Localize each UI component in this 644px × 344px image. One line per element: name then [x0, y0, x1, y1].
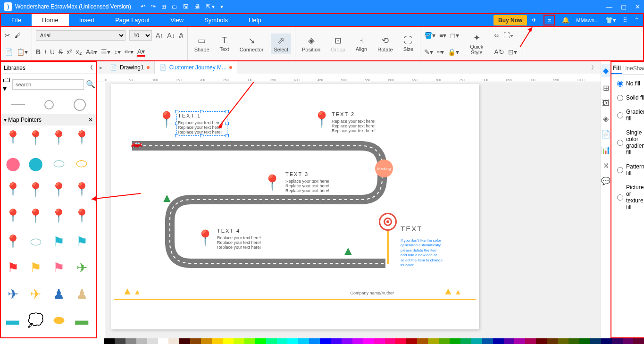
copy-icon[interactable]: 📄	[5, 48, 13, 56]
library-pin-23[interactable]: ✈	[73, 259, 91, 277]
position-button[interactable]: ◈Position	[299, 34, 323, 54]
image-panel-icon[interactable]: 🖼	[602, 99, 610, 108]
open-icon[interactable]: 🗀	[172, 3, 177, 10]
size-button[interactable]: ⛶Size	[401, 34, 416, 54]
library-pin-12[interactable]: 📍	[4, 207, 22, 225]
shuffle-panel-icon[interactable]: ⤨	[603, 161, 609, 170]
color-swatch[interactable]	[569, 338, 579, 344]
tab-view[interactable]: View	[160, 14, 194, 26]
text-block-3[interactable]: TEXT 3 Replace your text here!Replace yo…	[285, 171, 329, 193]
tab-help[interactable]: Help	[238, 14, 272, 26]
library-pin-18[interactable]: ⚑	[50, 233, 68, 251]
grow-font-icon[interactable]: A↑	[156, 32, 163, 39]
color-swatch[interactable]	[579, 338, 590, 344]
color-swatch[interactable]	[320, 338, 331, 344]
map-pin-1[interactable]: 📍	[157, 110, 176, 128]
qat-more-icon[interactable]: ▾	[220, 3, 223, 10]
no-fill-radio[interactable]: No fill	[617, 80, 644, 87]
color-swatch[interactable]	[547, 338, 558, 344]
color-swatch[interactable]	[374, 338, 385, 344]
maximize-icon[interactable]: ▢	[621, 3, 627, 10]
collapse-library-icon[interactable]: 《	[87, 64, 93, 72]
library-search-input[interactable]	[12, 79, 84, 90]
color-swatch[interactable]	[428, 338, 439, 344]
buy-now-button[interactable]: Buy Now	[493, 15, 527, 25]
send-icon[interactable]: ✈	[532, 17, 537, 24]
tab-file[interactable]: File	[1, 14, 32, 26]
fill-tab[interactable]: Fill	[611, 62, 622, 74]
picture-fill-radio[interactable]: Picture or texture fill	[617, 184, 644, 210]
select-button[interactable]: ⬀Select	[271, 34, 291, 54]
library-pin-1[interactable]: 📍	[27, 128, 45, 146]
strike-icon[interactable]: S̶	[59, 48, 63, 56]
color-swatch[interactable]	[277, 338, 288, 344]
style-panel-icon[interactable]: ◆	[601, 64, 611, 77]
spacing-icon[interactable]: ↕▾	[114, 48, 121, 56]
text-button[interactable]: TText	[217, 34, 232, 54]
circle-shape-large[interactable]	[74, 99, 86, 111]
target-pin[interactable]	[379, 213, 397, 264]
layers-panel-icon[interactable]: ◈	[603, 114, 609, 123]
color-swatch[interactable]	[266, 338, 277, 344]
bell-icon[interactable]: 🔔	[562, 17, 569, 24]
color-swatch[interactable]	[104, 338, 115, 344]
quick-style-button[interactable]: ✦Quick Style	[467, 31, 486, 57]
color-swatch[interactable]	[287, 338, 298, 344]
search-icon[interactable]: 🔍	[86, 80, 95, 89]
tab-list-icon[interactable]: ▸	[97, 64, 105, 71]
crop-icon[interactable]: ⛶▾	[503, 32, 513, 39]
rotate-button[interactable]: ⟲Rotate	[375, 34, 395, 54]
tab-insert[interactable]: Insert	[69, 14, 105, 26]
grid-panel-icon[interactable]: ⊞	[603, 84, 609, 92]
color-swatch[interactable]	[525, 338, 536, 344]
marking-bubble[interactable]: Marking	[375, 159, 393, 177]
color-swatch[interactable]	[298, 338, 309, 344]
library-pin-28[interactable]: ▬	[4, 311, 22, 329]
single-gradient-radio[interactable]: Single color gradient fill	[617, 129, 644, 156]
color-swatch[interactable]	[115, 338, 125, 344]
color-swatch[interactable]	[417, 338, 428, 344]
undo-icon[interactable]: ↶	[141, 3, 145, 10]
color-swatch[interactable]	[514, 338, 525, 344]
line-tab[interactable]: Line	[622, 62, 633, 74]
color-swatch[interactable]	[633, 338, 644, 344]
library-pin-10[interactable]: 📍	[50, 181, 68, 199]
tabs-overflow-icon[interactable]: 》	[587, 64, 601, 72]
library-pin-3[interactable]: 📍	[73, 128, 91, 146]
same-width-icon[interactable]: ⬄	[494, 32, 500, 39]
color-swatch[interactable]	[460, 338, 471, 344]
shape-button[interactable]: ▭Shape	[192, 34, 212, 54]
library-section-header[interactable]: ▾ Map Pointers ✕	[1, 114, 96, 126]
close-icon[interactable]: ✕	[635, 3, 640, 10]
color-swatch[interactable]	[601, 338, 612, 344]
circle-shape-small[interactable]	[44, 100, 54, 109]
user-label[interactable]: MMawn...	[576, 17, 599, 23]
color-swatch[interactable]	[395, 338, 406, 344]
save-icon[interactable]: 🖫	[183, 3, 189, 10]
color-swatch[interactable]	[190, 338, 201, 344]
library-pin-14[interactable]: 📍	[50, 207, 68, 225]
color-swatch[interactable]	[558, 338, 569, 344]
bold-icon[interactable]: B	[36, 48, 41, 56]
outline-panel-icon[interactable]: 📄	[601, 130, 611, 139]
color-swatch[interactable]	[482, 338, 493, 344]
subscript-icon[interactable]: x₂	[76, 48, 82, 56]
color-swatch[interactable]	[125, 338, 136, 344]
shirt-icon[interactable]: 👕▾	[605, 17, 616, 24]
list-icon[interactable]: ☰▾	[101, 48, 110, 56]
library-pin-8[interactable]: 📍	[4, 181, 22, 199]
library-pin-19[interactable]: ⚑	[73, 233, 91, 251]
color-swatch[interactable]	[179, 338, 190, 344]
paste-icon[interactable]: 📋▾	[17, 48, 28, 56]
color-swatch[interactable]	[504, 338, 515, 344]
apps-icon[interactable]: ⠿	[623, 17, 627, 24]
color-swatch[interactable]	[342, 338, 352, 344]
color-swatch[interactable]	[201, 338, 212, 344]
shrink-font-icon[interactable]: A↓	[167, 32, 175, 39]
color-swatch[interactable]	[590, 338, 601, 344]
library-pin-26[interactable]: ♟	[50, 285, 68, 303]
color-swatch[interactable]	[385, 338, 396, 344]
tab-page-layout[interactable]: Page Layout	[105, 14, 160, 26]
solid-fill-radio[interactable]: Solid fill	[617, 94, 644, 101]
color-swatch[interactable]	[439, 338, 450, 344]
